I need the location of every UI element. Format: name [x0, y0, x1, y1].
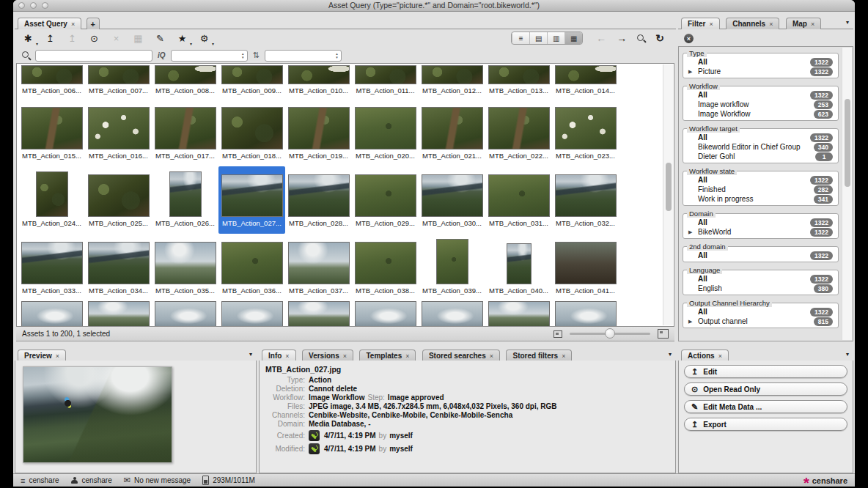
asset-thumbnail[interactable] [288, 301, 350, 326]
asset-thumbnail-cell[interactable]: MTB_Action_029... [352, 166, 419, 234]
expand-arrow-icon[interactable]: ▶ [688, 319, 696, 325]
filter-option[interactable]: ▶ Image Workflow 623 [685, 109, 836, 119]
asset-thumbnail-cell[interactable]: MTB_Action_040... [485, 234, 552, 301]
asset-thumbnail[interactable] [221, 301, 283, 326]
grid-scrollbar-thumb[interactable] [666, 163, 672, 211]
asset-thumbnail-cell[interactable] [285, 301, 352, 326]
asset-thumbnail-cell[interactable]: MTB_Action_041... [552, 234, 619, 301]
filter-option[interactable]: ▶ All 1322 [685, 57, 836, 67]
asset-thumbnail[interactable] [555, 107, 617, 149]
asset-thumbnail-cell[interactable]: MTB_Action_028... [285, 166, 352, 234]
asset-thumbnail[interactable] [422, 65, 483, 84]
toolbar-icon[interactable]: ✱ ▾ [22, 33, 34, 44]
toolbar-icon[interactable]: ⊙ [88, 33, 100, 44]
action-button[interactable]: ⊙ Open Read Only [684, 382, 847, 396]
asset-thumbnail[interactable] [288, 107, 350, 149]
asset-thumbnail[interactable] [21, 301, 83, 326]
filter-option[interactable]: ▶ Output channel 815 [685, 317, 836, 326]
asset-thumbnail-cell[interactable]: MTB_Action_034... [85, 234, 152, 301]
thumbnail-size-slider[interactable] [570, 333, 650, 335]
asset-thumbnail-cell[interactable]: MTB_Action_012... [419, 64, 485, 99]
filter-option[interactable]: ▶ All 1322 [685, 175, 836, 185]
view-mode-button[interactable]: ▦ [564, 32, 582, 44]
tab-close-icon[interactable]: × [769, 21, 773, 28]
asset-thumbnail[interactable] [288, 174, 350, 217]
asset-thumbnail[interactable] [288, 242, 350, 284]
asset-thumbnail-cell[interactable] [152, 301, 218, 326]
filter-vertical-scrollbar[interactable] [842, 48, 852, 340]
asset-thumbnail[interactable] [221, 242, 283, 284]
filter-option[interactable]: ▶ Bikeworld Editor in Chief Group 340 [685, 142, 836, 152]
filter-option[interactable]: ▶ All 1322 [685, 307, 836, 317]
tab-close-icon[interactable]: × [811, 21, 814, 28]
tab-preview[interactable]: Preview × [18, 350, 66, 361]
asset-thumbnail[interactable] [555, 65, 617, 84]
tab-close-icon[interactable]: × [718, 352, 722, 360]
asset-thumbnail[interactable] [88, 65, 150, 84]
asset-thumbnail[interactable] [21, 107, 83, 149]
asset-thumbnail-cell[interactable]: MTB_Action_011... [352, 64, 419, 99]
view-mode-button[interactable]: ▥ [547, 32, 564, 44]
stored-search-select[interactable]: ▲▼ [171, 50, 248, 62]
asset-thumbnail-cell[interactable]: MTB_Action_021... [419, 99, 485, 166]
asset-thumbnail[interactable] [155, 301, 216, 326]
asset-thumbnail[interactable] [36, 171, 68, 217]
tab-close-icon[interactable]: × [562, 352, 565, 360]
panel-menu-icon[interactable]: ▾ [846, 351, 849, 358]
asset-thumbnail[interactable] [355, 107, 416, 149]
asset-thumbnail[interactable] [221, 107, 283, 149]
asset-thumbnail[interactable] [21, 242, 83, 284]
asset-thumbnail[interactable] [555, 174, 617, 217]
asset-thumbnail[interactable] [436, 239, 468, 284]
filter-option[interactable]: ▶ All 1322 [685, 90, 836, 100]
asset-thumbnail-cell[interactable] [352, 301, 419, 326]
panel-menu-icon[interactable]: ▾ [669, 351, 672, 358]
back-icon[interactable]: ← [596, 32, 606, 44]
asset-thumbnail-cell[interactable]: MTB_Action_019... [285, 99, 352, 166]
action-button[interactable]: ↥ Edit [684, 365, 847, 378]
clear-filters-icon[interactable]: × [684, 34, 694, 43]
asset-thumbnail-cell[interactable]: MTB_Action_037... [285, 234, 352, 301]
filter-option[interactable]: ▶ Dieter Gohl 1 [685, 152, 836, 161]
filter-panel-tab[interactable]: Map × [786, 18, 821, 29]
asset-thumbnail[interactable] [155, 242, 216, 284]
asset-thumbnail-cell[interactable]: MTB_Action_038... [352, 234, 419, 301]
filter-scrollbar-thumb[interactable] [845, 99, 850, 187]
filter-panel-tab[interactable]: Filter × [681, 18, 720, 29]
asset-thumbnail-cell[interactable]: MTB_Action_006... [18, 64, 85, 99]
info-panel-tab[interactable]: Stored searches × [422, 350, 500, 361]
filter-option[interactable]: ▶ Picture 1322 [685, 67, 836, 76]
tab-close-icon[interactable]: × [709, 21, 713, 28]
asset-thumbnail-cell[interactable]: MTB_Action_025... [85, 166, 152, 234]
asset-thumbnail[interactable] [221, 174, 283, 217]
asset-thumbnail-cell[interactable] [485, 301, 552, 326]
asset-thumbnail-cell[interactable]: MTB_Action_018... [218, 99, 285, 166]
filter-option[interactable]: ▶ Work in progress 341 [685, 194, 836, 204]
filter-option[interactable]: ▶ All 1322 [685, 274, 836, 284]
asset-thumbnail-cell[interactable]: MTB_Action_027... [218, 166, 285, 234]
filter-option[interactable]: ▶ All 1322 [685, 133, 836, 142]
tab-asset-query[interactable]: Asset Query × [18, 18, 81, 29]
filter-option[interactable]: ▶ All 1322 [685, 218, 836, 227]
asset-thumbnail[interactable] [355, 301, 416, 326]
search-input[interactable] [35, 50, 152, 62]
asset-thumbnail-cell[interactable]: MTB_Action_020... [352, 99, 419, 166]
asset-thumbnail-cell[interactable] [85, 301, 152, 326]
asset-thumbnail-cell[interactable]: MTB_Action_026... [152, 166, 218, 234]
asset-thumbnail[interactable] [488, 174, 550, 217]
asset-thumbnail-cell[interactable]: MTB_Action_036... [218, 234, 285, 301]
asset-thumbnail[interactable] [88, 301, 150, 326]
asset-thumbnail[interactable] [422, 301, 483, 326]
tab-close-icon[interactable]: × [56, 352, 59, 360]
asset-thumbnail[interactable] [155, 65, 216, 84]
toolbar-icon[interactable]: ▦ [132, 33, 144, 44]
asset-thumbnail-cell[interactable]: MTB_Action_035... [152, 234, 218, 301]
asset-thumbnail-cell[interactable]: MTB_Action_016... [85, 99, 152, 166]
asset-thumbnail-cell[interactable]: MTB_Action_033... [18, 234, 85, 301]
asset-thumbnail-cell[interactable]: MTB_Action_031... [485, 166, 552, 234]
expand-arrow-icon[interactable]: ▶ [688, 69, 696, 75]
asset-thumbnail-cell[interactable] [419, 301, 485, 326]
action-button[interactable]: ✎ Edit Meta Data ... [684, 400, 847, 413]
toolbar-icon[interactable]: ✎ [154, 33, 166, 44]
expand-arrow-icon[interactable]: ▶ [688, 229, 696, 235]
